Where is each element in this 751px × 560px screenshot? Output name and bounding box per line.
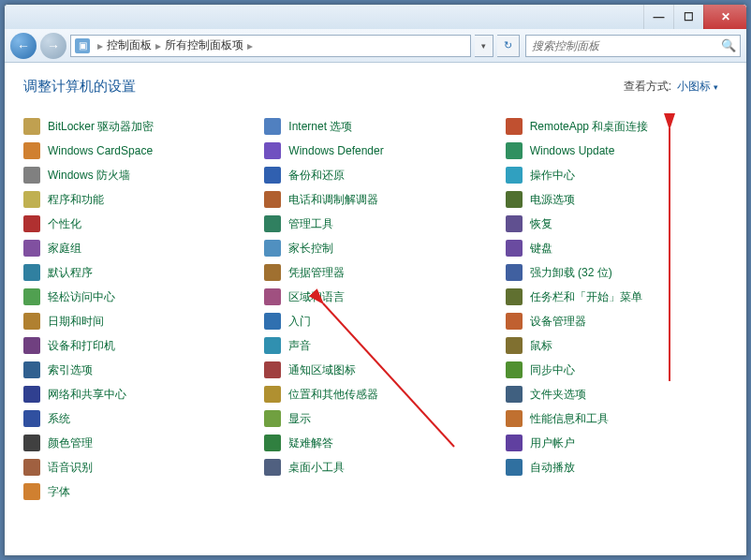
item-label: 轻松访问中心 <box>48 289 115 305</box>
search-icon[interactable]: 🔍 <box>717 38 740 52</box>
minimize-button[interactable] <box>643 5 673 29</box>
item-backup-restore[interactable]: 备份和还原 <box>264 163 486 187</box>
search-box[interactable]: 🔍 <box>525 35 741 57</box>
item-label: 同步中心 <box>530 362 575 378</box>
breadcrumb-part[interactable]: 所有控制面板项 <box>165 37 243 53</box>
item-devices-printers[interactable]: 设备和打印机 <box>23 333 245 358</box>
item-label: 程序和功能 <box>48 192 104 208</box>
item-troubleshooting[interactable]: 疑难解答 <box>264 431 486 455</box>
control-panel-icon: ▣ <box>75 38 90 53</box>
system-icon <box>23 410 40 427</box>
back-button[interactable]: ← <box>10 33 37 59</box>
refresh-button[interactable]: ↻ <box>497 35 520 57</box>
item-label: Windows Defender <box>288 144 383 157</box>
item-mouse[interactable]: 鼠标 <box>506 333 728 358</box>
item-label: 入门 <box>288 314 311 330</box>
breadcrumb-part[interactable]: 控制面板 <box>107 37 152 53</box>
item-autoplay[interactable]: 自动播放 <box>506 455 728 479</box>
item-label: 强力卸载 (32 位) <box>530 265 612 281</box>
item-date-time[interactable]: 日期和时间 <box>23 309 245 333</box>
item-phone-modem[interactable]: 电话和调制解调器 <box>264 187 486 212</box>
item-personalization[interactable]: 个性化 <box>23 212 245 236</box>
display-icon <box>264 410 281 427</box>
forward-button[interactable]: → <box>40 33 66 59</box>
item-folder-options[interactable]: 文件夹选项 <box>506 382 728 406</box>
breadcrumb-dropdown[interactable]: ▾ <box>475 35 493 57</box>
taskbar-start-icon <box>506 288 523 305</box>
item-label: Windows 防火墙 <box>48 168 130 184</box>
close-button[interactable] <box>703 5 746 29</box>
item-system[interactable]: 系统 <box>23 406 245 431</box>
item-fonts[interactable]: 字体 <box>23 479 245 504</box>
item-keyboard[interactable]: 键盘 <box>506 236 728 260</box>
item-defender[interactable]: Windows Defender <box>264 139 486 163</box>
item-notification-icons[interactable]: 通知区域图标 <box>264 358 486 382</box>
view-by-dropdown[interactable]: 小图标 <box>677 79 718 95</box>
item-label: BitLocker 驱动器加密 <box>48 119 154 135</box>
chevron-right-icon: ▸ <box>154 39 163 52</box>
item-label: 用户帐户 <box>530 435 575 451</box>
item-action-center[interactable]: 操作中心 <box>506 163 728 187</box>
item-label: 电话和调制解调器 <box>288 192 378 208</box>
item-remoteapp[interactable]: RemoteApp 和桌面连接 <box>506 114 728 139</box>
content-area: 调整计算机的设置 查看方式: 小图标 BitLocker 驱动器加密Intern… <box>5 63 746 555</box>
color-management-icon <box>23 435 40 451</box>
item-taskbar-start[interactable]: 任务栏和「开始」菜单 <box>506 285 728 309</box>
item-ease-of-access[interactable]: 轻松访问中心 <box>23 285 245 309</box>
item-recovery[interactable]: 恢复 <box>506 212 728 236</box>
folder-options-icon <box>506 386 523 403</box>
item-device-manager[interactable]: 设备管理器 <box>506 309 728 333</box>
item-display[interactable]: 显示 <box>264 406 486 431</box>
item-speech-recognition[interactable]: 语音识别 <box>23 455 245 479</box>
items-grid: BitLocker 驱动器加密Internet 选项RemoteApp 和桌面连… <box>22 111 729 508</box>
item-admin-tools[interactable]: 管理工具 <box>264 212 486 236</box>
search-input[interactable] <box>526 39 717 52</box>
item-cardspace[interactable]: Windows CardSpace <box>23 139 245 163</box>
item-force-uninstall-32[interactable]: 强力卸载 (32 位) <box>506 260 728 285</box>
parental-controls-icon <box>264 240 281 257</box>
breadcrumb[interactable]: ▣ ▸ 控制面板 ▸ 所有控制面板项 ▸ <box>70 35 471 57</box>
item-label: 默认程序 <box>48 265 93 281</box>
windows-update-icon <box>506 142 523 159</box>
item-parental-controls[interactable]: 家长控制 <box>264 236 486 260</box>
item-color-management[interactable]: 颜色管理 <box>23 431 245 455</box>
item-internet-options[interactable]: Internet 选项 <box>264 114 486 139</box>
recovery-icon <box>506 215 523 232</box>
item-label: 语音识别 <box>48 460 93 476</box>
item-performance-tools[interactable]: 性能信息和工具 <box>506 406 728 431</box>
maximize-button[interactable] <box>673 5 703 29</box>
item-label: 通知区域图标 <box>288 362 356 378</box>
item-label: 区域和语言 <box>288 289 345 305</box>
item-label: 日期和时间 <box>48 314 104 330</box>
item-label: 备份和还原 <box>288 168 345 184</box>
item-programs-features[interactable]: 程序和功能 <box>23 187 245 212</box>
item-label: 索引选项 <box>48 362 93 378</box>
item-label: 个性化 <box>48 216 81 232</box>
item-power-options[interactable]: 电源选项 <box>506 187 728 212</box>
item-label: 字体 <box>48 484 70 500</box>
desktop-gadgets-icon <box>264 459 281 476</box>
item-windows-update[interactable]: Windows Update <box>506 139 728 163</box>
item-sound[interactable]: 声音 <box>264 333 486 358</box>
item-credential-manager[interactable]: 凭据管理器 <box>264 260 486 285</box>
item-homegroup[interactable]: 家庭组 <box>23 236 245 260</box>
item-bitlocker[interactable]: BitLocker 驱动器加密 <box>23 114 245 139</box>
item-network-sharing[interactable]: 网络和共享中心 <box>23 382 245 406</box>
defender-icon <box>264 142 281 159</box>
item-indexing-options[interactable]: 索引选项 <box>23 358 245 382</box>
item-firewall[interactable]: Windows 防火墙 <box>23 163 245 187</box>
item-label: 桌面小工具 <box>288 460 345 476</box>
item-sync-center[interactable]: 同步中心 <box>506 358 728 382</box>
fonts-icon <box>23 483 40 500</box>
ease-of-access-icon <box>23 288 40 305</box>
sound-icon <box>264 337 281 354</box>
item-label: 操作中心 <box>530 168 575 184</box>
item-location-sensors[interactable]: 位置和其他传感器 <box>264 382 486 406</box>
item-user-accounts[interactable]: 用户帐户 <box>506 431 728 455</box>
keyboard-icon <box>506 240 523 257</box>
item-default-programs[interactable]: 默认程序 <box>23 260 245 285</box>
item-desktop-gadgets[interactable]: 桌面小工具 <box>264 455 486 479</box>
date-time-icon <box>23 313 40 330</box>
item-getting-started[interactable]: 入门 <box>264 309 486 333</box>
item-region-language[interactable]: 区域和语言 <box>264 285 486 309</box>
